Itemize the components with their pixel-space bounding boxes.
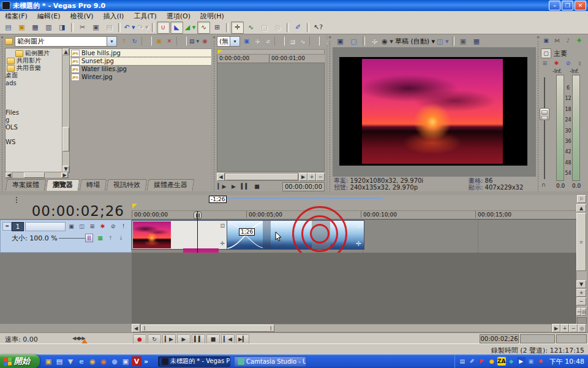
timeline-hscroll-thumb[interactable]: ❙❙ — [141, 324, 274, 332]
copy-frame-icon[interactable]: ▣ — [457, 35, 470, 47]
timeline-event-sunset[interactable]: ⊡ ✛ — [132, 220, 227, 250]
track-header[interactable]: ≡ 1 ▣◫⊞✱⊘! 大小: 100.0 % ▦↑↓ — [0, 220, 132, 253]
tree-item[interactable] — [6, 94, 69, 101]
zoom-tool-icon[interactable]: ◎ — [271, 21, 284, 34]
track-size-slider-handle[interactable] — [85, 234, 93, 242]
quicklaunch-overflow[interactable]: » — [144, 358, 148, 366]
preview-toolbar-icon[interactable] — [363, 36, 365, 46]
whats-this-help-icon[interactable]: ↖? — [312, 21, 325, 34]
timeline-hzoom-in[interactable]: + — [560, 324, 569, 332]
copy-icon[interactable]: ▣ — [89, 21, 102, 34]
paste-icon[interactable]: ▤ — [103, 21, 116, 34]
menu-item[interactable]: 編輯(E) — [32, 11, 66, 21]
menu-item[interactable]: 插入(I) — [99, 11, 129, 21]
menu-item[interactable]: 工具(T) — [129, 11, 161, 21]
bus-restore-icon[interactable]: ▢ — [541, 48, 551, 58]
delete-icon[interactable]: ✕ — [164, 36, 175, 46]
toolbar-icon[interactable] — [118, 23, 121, 33]
timeline-scroll-thumb[interactable]: ≡ — [576, 213, 586, 271]
split-screen-icon[interactable]: ◫ ▾ — [436, 35, 449, 47]
mute-icon[interactable]: ⊘ — [563, 58, 573, 68]
tree-item[interactable]: g — [6, 116, 69, 123]
tree-scroll-up[interactable]: ▲ — [62, 48, 69, 55]
taskbar-clock[interactable]: 下午 10:48 — [549, 357, 584, 366]
task-vegas[interactable]: 未標題的 * - Vegas P... — [158, 356, 230, 367]
explorer-toolbar-icon[interactable] — [141, 36, 152, 46]
record-button[interactable]: ● — [133, 334, 146, 344]
external-monitor-icon[interactable]: ▢ — [347, 35, 360, 47]
quicklaunch-ie-icon[interactable]: e — [77, 356, 86, 366]
loop-playback-button[interactable]: ↻ — [148, 334, 161, 344]
event-crop-icon[interactable]: ⊡ — [356, 223, 361, 229]
timeline-vzoom-out2[interactable]: − — [576, 308, 581, 316]
trimmer-history-combo[interactable]: (無▾ — [217, 36, 240, 47]
undo-icon[interactable]: ↶ ▾ — [123, 21, 136, 34]
trimmer-hscrollbar[interactable]: ◀ ▶ + − — [217, 173, 325, 181]
remove-media-icon[interactable]: ✕ — [262, 36, 273, 46]
tray-display-icon[interactable]: ▣ — [527, 357, 535, 366]
menu-item[interactable]: 選項(O) — [162, 11, 195, 21]
track-solo-icon[interactable]: ! — [118, 221, 129, 231]
script-icon[interactable]: ∿ — [297, 36, 307, 46]
trimmer-toolbar-icon[interactable] — [309, 36, 320, 46]
stop-button[interactable]: ■ — [206, 334, 220, 344]
selection-length-field[interactable] — [556, 334, 587, 343]
dock-tab[interactable]: 瀏覽器 — [46, 179, 80, 191]
timeline-zoom-tool2[interactable]: ◎ — [578, 324, 586, 332]
timeline-scroll-up[interactable]: ▲ — [576, 204, 586, 212]
trimmer-play-button[interactable]: ▶ — [228, 182, 239, 192]
dim-output-icon[interactable]: ▮ — [575, 58, 585, 68]
ignore-grouping-icon[interactable]: ⊞ — [211, 21, 224, 34]
dock-tab[interactable]: 轉場 — [80, 179, 107, 191]
quicklaunch-vegas-icon[interactable]: V — [132, 356, 141, 366]
add-media-icon[interactable]: ▣ — [241, 36, 252, 46]
title-bar[interactable]: 未標題的 * - Vegas Pro 9.0 –❒✕ — [0, 0, 588, 11]
panel-grip[interactable]: ✕ — [0, 34, 4, 191]
trimmer-stop-button[interactable]: ■ — [252, 182, 262, 192]
open-icon[interactable]: ▣ — [15, 21, 28, 34]
tree-scroll-thumb[interactable] — [62, 127, 69, 151]
preview-toolbar-icon[interactable] — [452, 36, 454, 46]
explorer-toolbar-icon[interactable] — [176, 36, 187, 46]
timeline-empty[interactable] — [132, 253, 576, 324]
trimmer-ruler[interactable]: 0:00:00;0000:00:01;00 — [217, 55, 325, 63]
marker-tool-button[interactable]: ⚐ — [577, 195, 586, 203]
properties-icon[interactable]: ◨ — [56, 21, 69, 34]
quicklaunch-document-icon[interactable]: ▤ — [55, 356, 64, 366]
quicklaunch-camera-icon[interactable]: ▣ — [121, 356, 130, 366]
timeline-vzoom-out[interactable]: − — [576, 297, 586, 305]
close-button[interactable]: ✕ — [575, 1, 586, 10]
auto-preview-icon[interactable]: ◉ — [200, 36, 210, 46]
bus-routing-icon[interactable]: ⊞ — [540, 58, 550, 68]
play-button[interactable]: ▶ — [177, 334, 190, 344]
redo-icon[interactable]: ↷ ▾ — [137, 21, 149, 34]
start-button[interactable]: 開始 — [0, 355, 40, 368]
go-to-start-button[interactable]: ▎◀ — [221, 334, 235, 344]
overlays-icon[interactable]: ✛ — [368, 35, 380, 47]
new-project-icon[interactable]: ▤ — [2, 21, 15, 34]
track-name-field[interactable] — [25, 222, 66, 231]
menu-item[interactable]: 說明(H) — [195, 11, 229, 21]
timeline-timecode-display[interactable]: 00:00:02;26 — [0, 203, 132, 220]
tree-hscrollbar[interactable]: ◀ ▶ — [5, 172, 69, 178]
pause-button[interactable]: ▍▍ — [192, 334, 205, 344]
trimmer-workarea[interactable] — [217, 63, 325, 172]
insert-bus-icon[interactable]: ⋈ — [552, 36, 562, 45]
track-fx-icon[interactable]: ✱ — [97, 221, 108, 231]
video-output-icon[interactable]: ◉ ▾ — [381, 35, 394, 47]
tree-item[interactable] — [6, 131, 69, 138]
track-mute-icon[interactable]: ⊘ — [108, 221, 118, 231]
save-markers-icon[interactable]: ▦ — [287, 36, 297, 46]
timeline-hscroll-left[interactable]: ◀ — [132, 324, 140, 332]
tree-item[interactable]: WS — [6, 138, 69, 145]
file-item[interactable]: JPGSunset.jpg — [70, 57, 211, 65]
tree-item[interactable]: Files — [6, 109, 69, 116]
trimmer-toolbar-icon[interactable] — [274, 36, 285, 46]
envelope-tool-icon[interactable]: ∿ — [244, 21, 257, 34]
views-icon[interactable]: ▤ ▾ — [189, 36, 200, 46]
snap-icon[interactable]: ∪ — [157, 21, 170, 34]
save-frame-icon[interactable]: ▦ — [470, 35, 483, 47]
maximize-button[interactable]: ❒ — [562, 1, 573, 10]
tree-item[interactable]: ads — [6, 79, 69, 86]
toolbar-icon[interactable] — [307, 23, 309, 33]
